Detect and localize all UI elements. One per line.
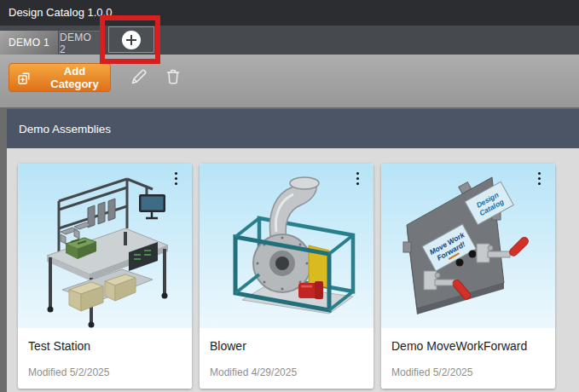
assembly-grid: Test Station Modified 5/2/2025	[7, 148, 579, 392]
toolbar: Add Category	[0, 55, 579, 107]
blower-render	[200, 164, 373, 328]
kebab-menu-icon	[175, 172, 177, 175]
category-title: Demo Assemblies	[19, 123, 111, 135]
add-category-label: Add Category	[39, 65, 110, 90]
card-info: Test Station Modified 5/2/2025	[18, 328, 192, 389]
tab-demo-2[interactable]: DEMO 2	[59, 31, 101, 55]
window-title: Design Catalog 1.0.0	[9, 0, 112, 26]
category-header: Demo Assemblies	[7, 109, 579, 148]
add-square-icon	[16, 70, 32, 86]
trash-icon	[163, 66, 183, 87]
add-tab-button[interactable]	[108, 26, 154, 53]
plus-circle-icon	[122, 31, 141, 49]
tab-demo-1[interactable]: DEMO 1	[0, 31, 58, 55]
card-thumbnail	[18, 164, 192, 328]
delete-category-button[interactable]	[159, 63, 187, 90]
card-modified-date: Modified 5/2/2025	[28, 366, 109, 378]
card-info: Blower Modified 4/29/2025	[200, 328, 373, 389]
card-title: Demo MoveWorkForward	[391, 339, 527, 353]
card-title: Test Station	[28, 339, 90, 353]
title-bar: Design Catalog 1.0.0	[0, 0, 579, 26]
window-left-edge	[0, 107, 7, 392]
card-modified-date: Modified 5/2/2025	[391, 366, 472, 378]
card-title: Blower	[210, 339, 246, 353]
test-station-render	[18, 164, 192, 328]
card-menu-button[interactable]	[168, 170, 183, 191]
tab-strip: DEMO 1 DEMO 2	[0, 26, 579, 55]
card-info: Demo MoveWorkForward Modified 5/2/2025	[381, 328, 555, 389]
assembly-card-test-station[interactable]: Test Station Modified 5/2/2025	[18, 164, 192, 389]
assembly-card-move-work-forward[interactable]: Move Work Forward! Design Catalog	[381, 164, 555, 389]
category-panel: Demo Assemblies	[7, 107, 579, 392]
add-category-button[interactable]: Add Category	[9, 63, 111, 92]
edit-category-button[interactable]	[125, 63, 153, 90]
card-menu-button[interactable]	[350, 170, 365, 191]
kebab-menu-icon	[538, 172, 541, 175]
move-work-forward-render: Move Work Forward! Design Catalog	[381, 164, 555, 328]
card-thumbnail: Move Work Forward! Design Catalog	[381, 164, 555, 328]
card-modified-date: Modified 4/29/2025	[210, 366, 297, 378]
kebab-menu-icon	[356, 172, 359, 175]
card-thumbnail	[200, 164, 373, 328]
assembly-card-blower[interactable]: Blower Modified 4/29/2025	[200, 164, 373, 389]
card-menu-button[interactable]	[531, 170, 547, 191]
pencil-icon	[129, 66, 149, 87]
